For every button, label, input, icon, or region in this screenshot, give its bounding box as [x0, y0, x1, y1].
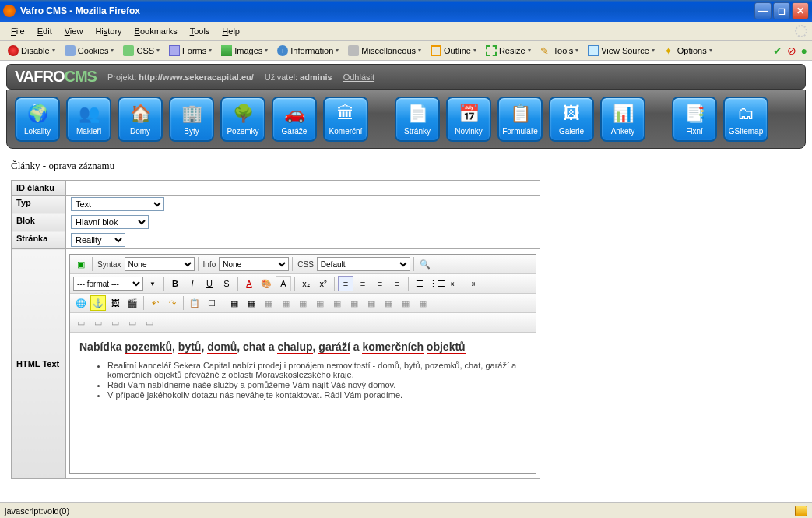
dev-forms[interactable]: Forms▾	[166, 44, 215, 57]
rte-align-justify-button[interactable]: ≡	[389, 276, 405, 291]
rte-outdent-button[interactable]: ⇤	[446, 276, 462, 291]
user-value: adminis	[300, 72, 332, 82]
rte-row-d[interactable]: ▭	[125, 315, 140, 330]
nav-galerie[interactable]: 🖼Galerie	[549, 97, 594, 142]
rte-italic-button[interactable]: I	[185, 276, 200, 291]
dev-tools[interactable]: ✎Tools▾	[537, 44, 582, 57]
rte-info-select[interactable]: None	[219, 257, 289, 271]
menu-view[interactable]: View	[58, 25, 90, 37]
close-button[interactable]: ✕	[792, 2, 809, 19]
user-label: Uživatel:	[265, 72, 297, 82]
dev-disable[interactable]: Disable▾	[5, 44, 58, 57]
rte-redo-button[interactable]: ↷	[164, 295, 180, 311]
nav-makleri[interactable]: 👥Makleři	[66, 97, 111, 142]
rte-table-button[interactable]: ▦	[227, 295, 242, 311]
rte-list-ol-button[interactable]: ☰	[412, 276, 427, 291]
nav-lokality[interactable]: 🌍Lokality	[15, 97, 60, 142]
rte-underline-button[interactable]: U	[202, 276, 217, 291]
nav-ankety[interactable]: 📊Ankety	[600, 97, 645, 142]
rte-bgcolor-button[interactable]: 🎨	[258, 276, 274, 291]
rte-cell6-button[interactable]: ▦	[346, 295, 362, 311]
rte-bold-button[interactable]: B	[167, 276, 183, 291]
rte-row-a[interactable]: ▭	[73, 315, 89, 330]
menu-bookmarks[interactable]: Bookmarks	[128, 25, 184, 37]
nav-fixni[interactable]: 📑Fixní	[672, 97, 717, 142]
stranka-select[interactable]: Reality	[71, 233, 125, 247]
menu-help[interactable]: Help	[216, 25, 246, 37]
rte-syntax-select[interactable]: None	[125, 257, 195, 271]
dev-resize[interactable]: Resize▾	[483, 44, 534, 57]
dev-outline[interactable]: Outline▾	[427, 44, 480, 57]
check-icon[interactable]: ✔	[773, 44, 782, 57]
rte-row-b[interactable]: ▭	[90, 315, 106, 330]
nav-pozemky[interactable]: 🌳Pozemky	[220, 97, 265, 142]
menu-tools[interactable]: Tools	[184, 25, 216, 37]
content-list-item: Rádi Vám nabídneme naše služby a pomůžem…	[107, 380, 526, 389]
typ-select[interactable]: Text	[71, 197, 164, 211]
ok-icon[interactable]: ●	[801, 44, 807, 57]
rte-format-dd[interactable]: ▼	[145, 276, 160, 291]
rte-sup-button[interactable]: x²	[315, 276, 331, 291]
rte-tableprops-button[interactable]: ▦	[244, 295, 259, 311]
rte-anchor-button[interactable]: ⚓	[90, 295, 106, 311]
rte-clearformat-button[interactable]: A	[276, 276, 291, 291]
menu-history[interactable]: History	[89, 25, 128, 37]
rte-align-left-button[interactable]: ≡	[338, 276, 353, 291]
rte-row-e[interactable]: ▭	[142, 315, 157, 330]
nav-gsitemap[interactable]: 🗂GSitemap	[723, 97, 768, 142]
dev-options[interactable]: ✦Options▾	[661, 44, 715, 57]
rte-css-select[interactable]: Default	[317, 257, 410, 271]
rte-undo-button[interactable]: ↶	[147, 295, 163, 311]
dev-cookies[interactable]: Cookies▾	[62, 44, 118, 57]
options-icon: ✦	[664, 45, 675, 56]
dev-css[interactable]: CSS▾	[120, 44, 163, 57]
warning-icon[interactable]: ⊘	[787, 44, 796, 57]
row-id-label: ID článku	[12, 181, 66, 196]
rte-align-right-button[interactable]: ≡	[372, 276, 388, 291]
rte-syntax-label: Syntax	[97, 260, 121, 269]
rte-cell8-button[interactable]: ▦	[381, 295, 396, 311]
rte-image-button[interactable]: 🖼	[107, 295, 123, 311]
rte-cell10-button[interactable]: ▦	[415, 295, 431, 311]
dev-images[interactable]: Images▾	[218, 44, 271, 57]
rte-selectall-button[interactable]: ☐	[204, 295, 220, 311]
nav-komercni[interactable]: 🏛Komerční	[323, 97, 368, 142]
rte-cell9-button[interactable]: ▦	[398, 295, 413, 311]
rte-textcolor-button[interactable]: A	[241, 276, 257, 291]
rte-row-c[interactable]: ▭	[107, 315, 123, 330]
nav-domy[interactable]: 🏠Domy	[118, 97, 163, 142]
rte-content-area[interactable]: Nabídka pozemků, bytů, domů, chat a chal…	[70, 333, 536, 473]
menu-file[interactable]: File	[5, 25, 31, 37]
minimize-button[interactable]: —	[754, 2, 772, 19]
rte-cell7-button[interactable]: ▦	[364, 295, 379, 311]
nav-stranky[interactable]: 📄Stránky	[395, 97, 440, 142]
rte-cell2-button[interactable]: ▦	[278, 295, 294, 311]
maximize-button[interactable]: ◻	[773, 2, 790, 19]
nav-novinky[interactable]: 📅Novinky	[446, 97, 491, 142]
rte-cell3-button[interactable]: ▦	[295, 295, 311, 311]
blok-select[interactable]: Hlavní blok	[71, 215, 149, 229]
rte-cell4-button[interactable]: ▦	[312, 295, 328, 311]
dev-viewsource[interactable]: View Source▾	[585, 44, 658, 57]
rte-cell5-button[interactable]: ▦	[329, 295, 345, 311]
rte-list-ul-button[interactable]: ⋮☰	[429, 276, 445, 291]
rte-expand-icon[interactable]: ▣	[73, 256, 89, 272]
rte-strike-button[interactable]: S	[219, 276, 234, 291]
sitemap-icon: 🗂	[735, 103, 757, 125]
rte-align-center-button[interactable]: ≡	[355, 276, 371, 291]
nav-byty[interactable]: 🏢Byty	[169, 97, 214, 142]
rte-cell1-button[interactable]: ▦	[261, 295, 276, 311]
rte-sub-button[interactable]: x₂	[298, 276, 314, 291]
rte-format-select[interactable]: --- format ---	[73, 277, 143, 291]
dev-miscellaneous[interactable]: Miscellaneous▾	[345, 44, 424, 57]
logout-link[interactable]: Odhlásit	[343, 72, 374, 82]
rte-media-button[interactable]: 🎬	[125, 295, 140, 311]
rte-paste-button[interactable]: 📋	[187, 295, 202, 311]
rte-link-button[interactable]: 🌐	[73, 295, 89, 311]
menu-edit[interactable]: Edit	[31, 25, 58, 37]
rte-zoom-icon[interactable]: 🔍	[417, 256, 433, 272]
dev-information[interactable]: iInformation▾	[274, 44, 342, 57]
nav-garaze[interactable]: 🚗Garáže	[272, 97, 317, 142]
nav-formulare[interactable]: 📋Formuláře	[497, 97, 543, 142]
rte-indent-button[interactable]: ⇥	[463, 276, 479, 291]
